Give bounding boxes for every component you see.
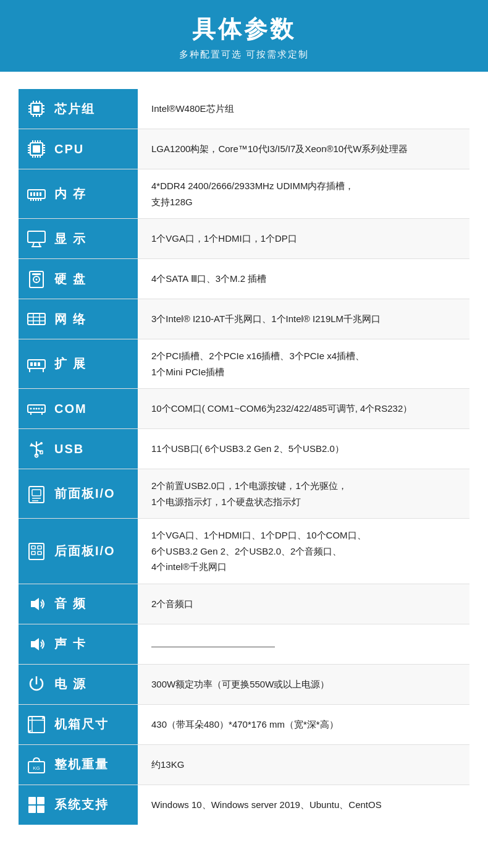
svg-rect-56 [30, 362, 33, 366]
label-cell-size: 机箱尺寸 [19, 704, 138, 744]
label-text-cpu: CPU [54, 142, 84, 156]
label-cell-rear-io: 后面板I/O [19, 519, 138, 584]
svg-rect-83 [38, 546, 41, 549]
soundcard-icon [25, 632, 48, 656]
svg-marker-86 [31, 598, 39, 610]
label-text-network: 网 络 [54, 311, 86, 328]
label-text-rear-io: 后面板I/O [54, 543, 116, 560]
svg-line-44 [39, 242, 40, 247]
header-subtitle: 多种配置可选 可按需求定制 [0, 49, 488, 61]
value-cell-power: 300W额定功率（可更换550W或以上电源） [138, 664, 469, 704]
svg-rect-97 [37, 806, 44, 813]
svg-point-63 [33, 408, 35, 410]
label-cell-memory: 内 存 [19, 169, 138, 219]
cpu-icon [25, 137, 48, 161]
label-cell-display: 显 示 [19, 219, 138, 259]
svg-line-43 [33, 242, 34, 247]
os-icon [25, 793, 48, 817]
svg-rect-15 [33, 145, 40, 153]
svg-rect-42 [28, 231, 45, 242]
label-text-memory: 内 存 [54, 185, 86, 202]
svg-rect-34 [33, 192, 35, 196]
label-text-expansion: 扩 展 [54, 355, 86, 372]
label-cell-expansion: 扩 展 [19, 339, 138, 389]
value-cell-audio: 2个音频口 [138, 584, 469, 624]
svg-rect-77 [29, 487, 44, 503]
label-cell-network: 网 络 [19, 299, 138, 339]
label-cell-soundcard: 声 卡 [19, 624, 138, 664]
label-text-com: COM [54, 402, 87, 416]
value-cell-hdd: 4个SATA Ⅲ口、3个M.2 插槽 [138, 259, 469, 299]
svg-marker-87 [31, 638, 39, 650]
header: 具体参数 多种配置可选 可按需求定制 [0, 0, 488, 72]
value-cell-com: 10个COM口( COM1~COM6为232/422/485可调节, 4个RS2… [138, 389, 469, 429]
svg-rect-35 [36, 192, 38, 196]
hdd-icon [25, 267, 48, 291]
display-icon [25, 227, 48, 250]
svg-point-71 [40, 442, 43, 445]
svg-text:KG: KG [33, 765, 40, 771]
svg-rect-94 [28, 797, 36, 804]
svg-rect-96 [28, 806, 36, 813]
front-io-icon [25, 482, 48, 506]
value-cell-cpu: LGA1200构架，Core™10代I3/I5/I7及Xeon®10代W系列处理… [138, 129, 469, 169]
value-cell-usb: 11个USB口( 6个USB3.2 Gen 2、5个USB2.0） [138, 429, 469, 469]
power-icon [25, 673, 48, 696]
label-cell-hdd: 硬 盘 [19, 259, 138, 299]
label-text-soundcard: 声 卡 [54, 636, 86, 652]
svg-rect-36 [40, 192, 41, 196]
rear-io-icon [25, 539, 48, 563]
label-text-power: 电 源 [54, 676, 86, 692]
label-text-usb: USB [54, 442, 84, 456]
audio-icon [25, 592, 48, 616]
label-cell-weight: KG 整机重量 [19, 744, 138, 785]
label-cell-chipset: 芯片组 [19, 89, 138, 129]
svg-rect-82 [32, 546, 35, 549]
expansion-icon [25, 352, 48, 376]
svg-rect-95 [37, 797, 44, 804]
usb-icon [25, 437, 48, 461]
svg-point-48 [36, 279, 38, 281]
label-cell-com: COM [19, 389, 138, 429]
network-icon [25, 307, 48, 331]
label-text-audio: 音 频 [54, 595, 86, 612]
value-cell-weight: 约13KG [138, 744, 469, 785]
label-text-size: 机箱尺寸 [54, 716, 109, 733]
label-cell-cpu: CPU [19, 129, 138, 169]
svg-rect-58 [38, 362, 40, 366]
svg-rect-50 [28, 313, 45, 325]
label-text-display: 显 示 [54, 231, 86, 247]
value-cell-front-io: 2个前置USB2.0口，1个电源按键，1个光驱位，1个电源指示灯，1个硬盘状态指… [138, 469, 469, 519]
label-text-front-io: 前面板I/O [54, 485, 116, 502]
label-text-hdd: 硬 盘 [54, 271, 86, 287]
svg-point-64 [36, 408, 38, 410]
size-icon [25, 713, 48, 736]
chipset-icon [25, 97, 48, 121]
spec-table: 芯片组Intel®W480E芯片组 CPULGA1200构架，C [19, 89, 469, 825]
svg-rect-73 [40, 451, 43, 454]
value-cell-os: Windows 10、Windows server 2019、Ubuntu、Ce… [138, 785, 469, 825]
label-cell-power: 电 源 [19, 664, 138, 704]
label-cell-audio: 音 频 [19, 584, 138, 624]
com-icon [25, 397, 48, 420]
value-cell-chipset: Intel®W480E芯片组 [138, 89, 469, 129]
svg-rect-57 [34, 362, 36, 366]
svg-rect-85 [38, 551, 41, 555]
label-cell-front-io: 前面板I/O [19, 469, 138, 519]
label-cell-os: 系统支持 [19, 785, 138, 825]
value-cell-memory: 4*DDR4 2400/2666/2933MHz UDIMM内存插槽，支持128… [138, 169, 469, 219]
value-cell-rear-io: 1个VGA口、1个HDMI口、1个DP口、10个COM口、6个USB3.2 Ge… [138, 519, 469, 584]
label-text-weight: 整机重量 [54, 756, 109, 773]
header-title: 具体参数 [0, 14, 488, 45]
label-cell-usb: USB [19, 429, 138, 469]
value-cell-soundcard [138, 624, 469, 664]
label-text-os: 系统支持 [54, 796, 109, 813]
svg-rect-33 [30, 192, 32, 196]
value-cell-network: 3个Intel® I210-AT千兆网口、1个Intel® I219LM千兆网口 [138, 299, 469, 339]
svg-rect-78 [32, 490, 41, 496]
svg-point-66 [41, 408, 43, 410]
weight-icon: KG [25, 753, 48, 777]
svg-point-62 [30, 408, 32, 410]
svg-rect-84 [32, 551, 35, 555]
value-cell-display: 1个VGA口，1个HDMI口，1个DP口 [138, 219, 469, 259]
